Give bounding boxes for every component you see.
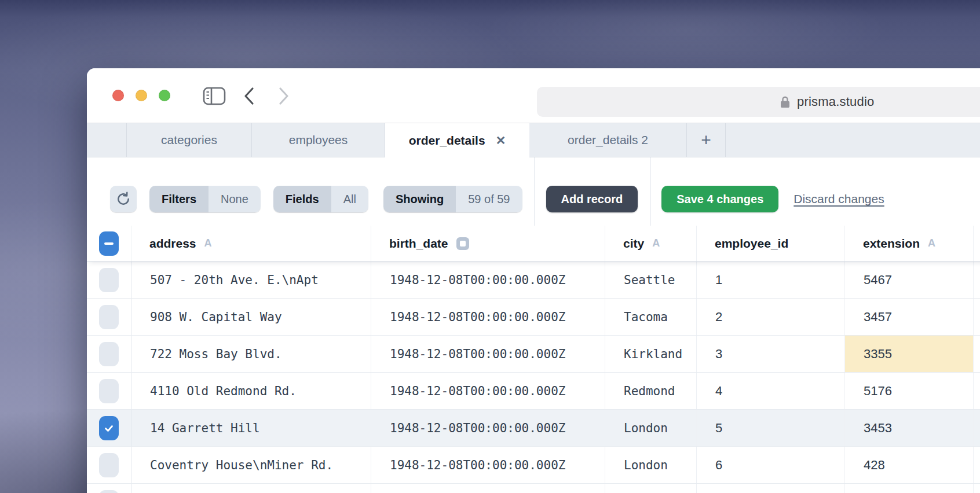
cell-birth_date[interactable]: 1948-12-08T00:00:00.000Z: [371, 373, 605, 409]
showing-value: 59 of 59: [456, 186, 522, 212]
browser-titlebar: prisma.studio: [87, 68, 980, 123]
showing-label: Showing: [383, 186, 456, 212]
minimize-window-button[interactable]: [136, 90, 147, 101]
select-all-cell: [87, 226, 131, 261]
close-window-button[interactable]: [112, 90, 124, 101]
cell-city[interactable]: Redmond: [605, 373, 697, 409]
tab-label: order_details: [409, 134, 485, 148]
sidebar-toggle-button[interactable]: [202, 84, 227, 108]
row-checkbox[interactable]: [99, 490, 119, 493]
window-controls: [112, 90, 170, 101]
cell-address[interactable]: Coventry House\nMiner Rd.: [131, 447, 371, 483]
cell-filler: [974, 447, 980, 483]
cell-city[interactable]: London: [605, 410, 697, 446]
toolbar-divider: [650, 157, 651, 226]
cell-address[interactable]: 4110 Old Redmond Rd.: [131, 373, 371, 409]
tab-bar-empty-space: [726, 123, 980, 157]
cell-city[interactable]: London: [605, 447, 697, 483]
fields-value: All: [331, 186, 368, 212]
tab-label: order_details 2: [568, 133, 648, 147]
cell-extension[interactable]: 3355: [845, 336, 974, 372]
tab-order-details-2[interactable]: order_details 2: [529, 123, 687, 157]
cell-extension[interactable]: 428: [845, 447, 974, 483]
filters-control[interactable]: Filters None: [149, 186, 261, 212]
table-header: addressAbirth_datecityAemployee_idextens…: [87, 226, 980, 262]
toolbar: Filters None Fields All Showing 59 of 59…: [87, 157, 980, 226]
tab-label: categories: [161, 133, 217, 147]
filters-label: Filters: [149, 186, 209, 212]
indeterminate-icon: [104, 242, 114, 245]
sort-letter-icon: A: [652, 237, 660, 249]
cell-employee_id[interactable]: 5: [697, 410, 845, 446]
cell-address[interactable]: 14 Garrett Hill: [131, 410, 371, 446]
calendar-icon-inner: [460, 241, 466, 246]
row-checkbox[interactable]: [99, 305, 119, 329]
cell-city[interactable]: [605, 484, 697, 493]
cell-birth_date[interactable]: 1948-12-08T00:00:00.000Z: [371, 336, 605, 372]
tab-employees[interactable]: employees: [252, 123, 385, 157]
cell-birth_date[interactable]: 1948-12-08T00:00:00.000Z: [371, 262, 605, 298]
forward-button[interactable]: [271, 84, 297, 108]
cell-address[interactable]: 908 W. Capital Way: [131, 299, 371, 335]
tab-categories[interactable]: categories: [127, 123, 252, 157]
cell-extension[interactable]: 3457: [845, 299, 974, 335]
cell-city[interactable]: Seattle: [605, 262, 697, 298]
cell-filler: [974, 262, 980, 298]
cell-filler: [974, 410, 980, 446]
cell-extension[interactable]: 5176: [845, 373, 974, 409]
column-header-employee_id[interactable]: employee_id: [697, 226, 845, 261]
row-checkbox-cell: [87, 373, 131, 409]
row-checkbox[interactable]: [99, 268, 119, 292]
row-checkbox[interactable]: [99, 342, 119, 366]
cell-birth_date[interactable]: 1948-12-08T00:00:00.000Z: [371, 410, 605, 446]
address-bar[interactable]: prisma.studio: [537, 87, 980, 117]
discard-changes-link[interactable]: Discard changes: [793, 192, 884, 206]
add-record-button[interactable]: Add record: [546, 186, 638, 212]
row-checkbox-cell: [87, 447, 131, 483]
row-checkbox[interactable]: [99, 416, 119, 440]
cell-extension[interactable]: [845, 484, 974, 493]
cell-city[interactable]: Kirkland: [605, 336, 697, 372]
cell-city[interactable]: Tacoma: [605, 299, 697, 335]
close-tab-icon[interactable]: ✕: [496, 134, 506, 146]
cell-employee_id[interactable]: 6: [697, 447, 845, 483]
column-header-city[interactable]: cityA: [605, 226, 697, 261]
column-label: address: [149, 237, 196, 251]
row-checkbox[interactable]: [99, 379, 119, 403]
select-all-checkbox[interactable]: [99, 231, 119, 256]
cell-birth_date[interactable]: 1948-12-08T00:00:00.000Z: [371, 299, 605, 335]
cell-extension[interactable]: 3453: [845, 410, 974, 446]
cell-extension[interactable]: 5467: [845, 262, 974, 298]
column-header-birth_date[interactable]: birth_date: [371, 226, 605, 261]
cell-birth_date[interactable]: [371, 484, 605, 493]
cell-filler: [974, 484, 980, 493]
refresh-button[interactable]: [110, 186, 137, 212]
new-tab-button[interactable]: +: [687, 123, 726, 157]
table-row: 507 - 20th Ave. E.\nApt1948-12-08T00:00:…: [87, 262, 980, 299]
sort-letter-icon: A: [204, 237, 212, 249]
column-header-extension[interactable]: extensionA: [845, 226, 974, 261]
cell-address[interactable]: 722 Moss Bay Blvd.: [131, 336, 371, 372]
cell-employee_id[interactable]: 1: [697, 262, 845, 298]
back-button[interactable]: [236, 84, 262, 108]
cell-employee_id[interactable]: 2: [697, 299, 845, 335]
cell-address[interactable]: [131, 484, 371, 493]
cell-employee_id[interactable]: 4: [697, 373, 845, 409]
zoom-window-button[interactable]: [159, 90, 170, 101]
save-changes-button[interactable]: Save 4 changes: [661, 186, 778, 212]
cell-birth_date[interactable]: 1948-12-08T00:00:00.000Z: [371, 447, 605, 483]
showing-control[interactable]: Showing 59 of 59: [383, 186, 522, 212]
cell-filler: [974, 373, 980, 409]
tab-order-details[interactable]: order_details ✕: [385, 123, 529, 157]
fields-control[interactable]: Fields All: [273, 186, 368, 212]
column-header-address[interactable]: addressA: [131, 226, 371, 261]
cell-employee_id[interactable]: 3: [697, 336, 845, 372]
column-header-filler: [974, 226, 980, 261]
cell-filler: [974, 336, 980, 372]
row-checkbox-cell: [87, 299, 131, 335]
cell-address[interactable]: 507 - 20th Ave. E.\nApt: [131, 262, 371, 298]
row-checkbox[interactable]: [99, 453, 119, 477]
fields-label: Fields: [273, 186, 331, 212]
tab-label: employees: [289, 133, 348, 147]
cell-employee_id[interactable]: [697, 484, 845, 493]
